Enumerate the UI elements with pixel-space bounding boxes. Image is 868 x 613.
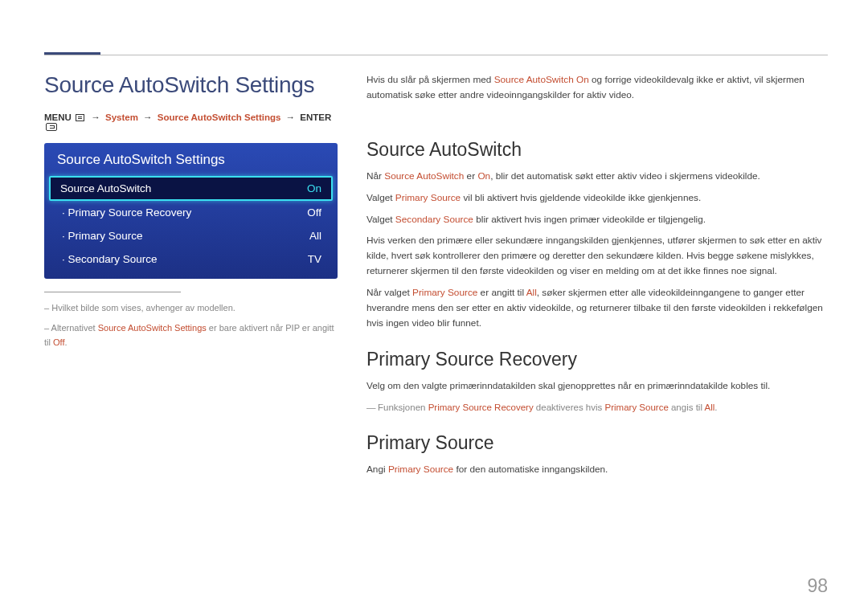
text-hl: Primary Source xyxy=(388,464,453,475)
text-hl: Source AutoSwitch On xyxy=(494,74,589,85)
footnote-1: Hvilket bilde som vises, avhenger av mod… xyxy=(44,300,338,316)
osd-label: Source AutoSwitch xyxy=(60,182,151,194)
text-hl: All xyxy=(705,403,715,412)
text-hl: On xyxy=(477,170,490,182)
sec1-p4: Hvis verken den primære eller sekundære … xyxy=(366,233,828,279)
page-title: Source AutoSwitch Settings xyxy=(44,72,338,98)
page-content: Source AutoSwitch Settings MENU → System… xyxy=(44,72,828,589)
footnote-rule xyxy=(44,292,181,292)
text-hl: All xyxy=(526,287,537,298)
breadcrumb-system: System xyxy=(105,112,138,122)
text-hl: Secondary Source xyxy=(395,214,473,225)
breadcrumb-enter: ENTER xyxy=(300,112,331,122)
text: . xyxy=(64,337,67,347)
text-hl: Primary Source xyxy=(605,403,669,412)
osd-value: On xyxy=(307,182,321,194)
footnote-2: Alternativet Source AutoSwitch Settings … xyxy=(44,321,338,350)
osd-label: Primary Source Recovery xyxy=(62,206,191,219)
text-hl: Source AutoSwitch Settings xyxy=(98,323,207,333)
text-hl: Primary Source xyxy=(395,192,461,203)
enter-icon xyxy=(46,123,57,131)
osd-value: Off xyxy=(307,206,321,219)
breadcrumb-sas: Source AutoSwitch Settings xyxy=(158,112,281,122)
breadcrumb-menu: MENU xyxy=(44,112,72,122)
osd-panel: Source AutoSwitch Settings Source AutoSw… xyxy=(44,143,338,279)
text: Funksjonen xyxy=(378,403,428,412)
page-number: 98 xyxy=(807,575,828,597)
osd-header: Source AutoSwitch Settings xyxy=(44,143,338,176)
text: vil bli aktivert hvis gjeldende videokil… xyxy=(461,192,701,203)
intro-paragraph: Hvis du slår på skjermen med Source Auto… xyxy=(366,72,828,103)
right-column: Hvis du slår på skjermen med Source Auto… xyxy=(366,72,828,589)
text: angis til xyxy=(669,403,705,412)
sec2-p1: Velg om den valgte primærinndatakilden s… xyxy=(366,378,828,394)
sec1-p5: Når valget Primary Source er angitt til … xyxy=(366,285,828,331)
text: Når xyxy=(366,170,384,182)
osd-row-secondary-source[interactable]: Secondary Source TV xyxy=(44,247,338,271)
osd-row-primary-source[interactable]: Primary Source All xyxy=(44,224,338,247)
breadcrumb: MENU → System → Source AutoSwitch Settin… xyxy=(44,112,338,132)
section-heading-primary: Primary Source xyxy=(366,432,828,454)
section-heading-autoswitch: Source AutoSwitch xyxy=(366,139,828,161)
arrow-icon: → xyxy=(141,112,155,122)
text-hl: Off xyxy=(53,337,64,347)
osd-value: TV xyxy=(308,253,321,265)
text: deaktiveres hvis xyxy=(534,403,605,412)
text: er angitt til xyxy=(477,287,526,298)
osd-row-source-autoswitch[interactable]: Source AutoSwitch On xyxy=(49,176,333,201)
text: Alternativet xyxy=(51,323,98,333)
text: blir aktivert hvis ingen primær videokil… xyxy=(473,214,706,225)
osd-row-primary-recovery[interactable]: Primary Source Recovery Off xyxy=(44,201,338,224)
osd-label: Primary Source xyxy=(62,230,143,242)
sec3-p1: Angi Primary Source for den automatiske … xyxy=(366,462,828,477)
sec1-p1: Når Source AutoSwitch er On, blir det au… xyxy=(366,169,828,184)
header-rule xyxy=(44,55,828,55)
text-hl: Primary Source Recovery xyxy=(428,403,534,412)
text: er xyxy=(464,170,477,182)
arrow-icon: → xyxy=(88,112,103,122)
osd-value: All xyxy=(309,230,321,242)
text: Hvis du slår på skjermen med xyxy=(366,74,494,85)
text: Valget xyxy=(366,214,395,225)
left-column: Source AutoSwitch Settings MENU → System… xyxy=(44,72,338,589)
text: Valget xyxy=(366,192,395,203)
sec2-note: Funksjonen Primary Source Recovery deakt… xyxy=(366,400,828,415)
text: for den automatiske inngangskilden. xyxy=(453,464,608,475)
text: Angi xyxy=(366,464,388,475)
text-hl: Source AutoSwitch xyxy=(384,170,464,182)
text: Når valget xyxy=(366,287,412,298)
section-heading-recovery: Primary Source Recovery xyxy=(366,349,828,370)
text: . xyxy=(714,403,717,412)
sec1-p3: Valget Secondary Source blir aktivert hv… xyxy=(366,212,828,227)
sec1-p2: Valget Primary Source vil bli aktivert h… xyxy=(366,190,828,206)
osd-label: Secondary Source xyxy=(62,253,158,265)
menu-icon xyxy=(76,114,84,121)
arrow-icon: → xyxy=(284,112,298,122)
text: , blir det automatisk søkt etter aktiv v… xyxy=(490,170,760,182)
text-hl: Primary Source xyxy=(412,287,477,298)
